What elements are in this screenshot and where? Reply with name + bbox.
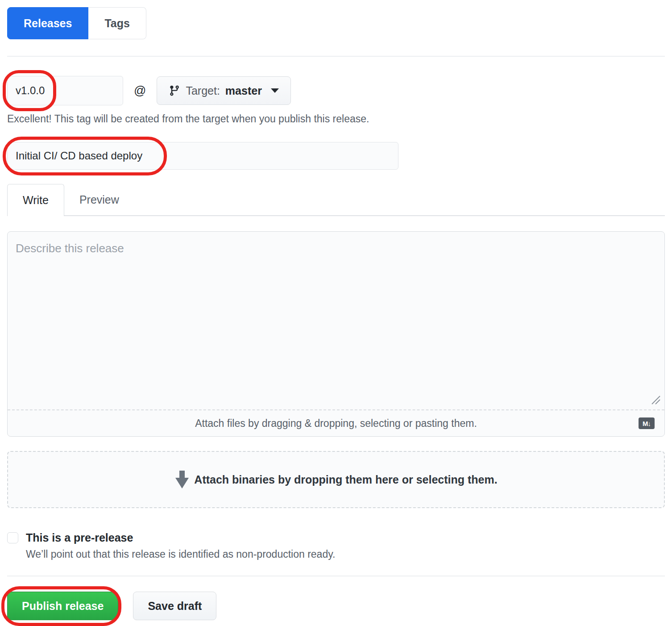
tag-version-input[interactable]: [7, 76, 123, 105]
target-branch-name: master: [225, 84, 262, 97]
attach-files-bar[interactable]: Attach files by dragging & dropping, sel…: [8, 409, 664, 436]
attach-files-text: Attach files by dragging & dropping, sel…: [195, 417, 477, 430]
prerelease-description: We’ll point out that this release is ide…: [26, 548, 665, 560]
save-draft-button[interactable]: Save draft: [133, 592, 216, 620]
tab-releases[interactable]: Releases: [7, 7, 88, 39]
release-description-textarea[interactable]: Describe this release: [8, 232, 664, 409]
target-prefix-label: Target:: [186, 84, 220, 97]
prerelease-section: This is a pre-release We’ll point out th…: [7, 531, 665, 560]
publish-release-button[interactable]: Publish release: [7, 592, 118, 620]
tag-validation-hint: Excellent! This tag will be created from…: [7, 113, 665, 125]
description-placeholder: Describe this release: [16, 242, 124, 255]
tab-preview[interactable]: Preview: [64, 184, 134, 215]
header-divider: [7, 56, 665, 57]
footer-divider: [7, 576, 665, 576]
releases-tags-switcher: Releases Tags: [7, 7, 146, 39]
editor-tab-bar: Write Preview: [7, 185, 665, 216]
markdown-icon: M↓: [639, 417, 655, 429]
release-title-input[interactable]: [7, 142, 398, 170]
at-symbol: @: [134, 84, 146, 98]
new-release-page: Releases Tags @ Target: master Excellent…: [0, 0, 672, 626]
tab-write[interactable]: Write: [7, 184, 64, 216]
binaries-dropzone-text: Attach binaries by dropping them here or…: [194, 473, 497, 486]
release-title-row: [7, 142, 665, 170]
action-buttons-row: Publish release Save draft: [7, 592, 665, 620]
binaries-dropzone[interactable]: Attach binaries by dropping them here or…: [7, 451, 665, 508]
git-branch-icon: [169, 85, 180, 96]
release-description-editor: Describe this release Attach files by dr…: [7, 231, 665, 437]
prerelease-checkbox[interactable]: [7, 532, 18, 543]
tag-target-row: @ Target: master: [7, 76, 665, 105]
resize-handle[interactable]: [650, 394, 661, 407]
target-branch-dropdown[interactable]: Target: master: [157, 76, 290, 105]
tab-tags[interactable]: Tags: [88, 7, 146, 39]
chevron-down-icon: [271, 88, 279, 93]
download-arrow-icon: [174, 470, 190, 489]
prerelease-label: This is a pre-release: [26, 531, 133, 544]
